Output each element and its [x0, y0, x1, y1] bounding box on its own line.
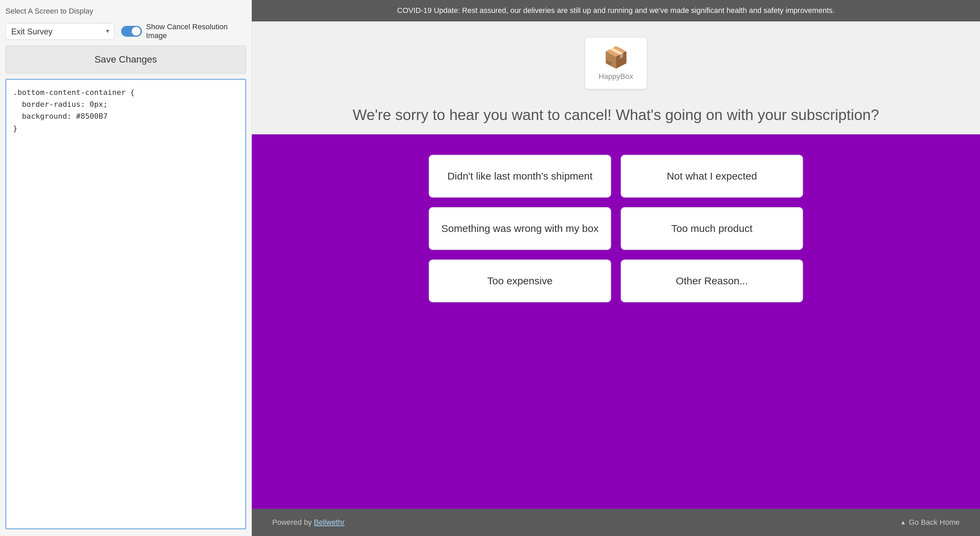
- powered-by: Powered by Bellwethr: [272, 518, 345, 527]
- option-button-0[interactable]: Didn't like last month's shipment: [429, 155, 611, 198]
- covid-banner: COVID-19 Update: Rest assured, our deliv…: [252, 0, 980, 21]
- go-home-button[interactable]: Go Back Home: [900, 518, 959, 527]
- screen-select[interactable]: Exit Survey Home Confirmation: [5, 23, 115, 40]
- option-button-3[interactable]: Too much product: [620, 207, 803, 250]
- save-button[interactable]: Save Changes: [5, 46, 246, 73]
- logo-text: HappyBox: [598, 72, 633, 81]
- option-button-1[interactable]: Not what I expected: [620, 155, 803, 198]
- logo-box: 📦 HappyBox: [585, 38, 646, 89]
- select-label: Select A Screen to Display: [5, 7, 246, 16]
- preview-area: 📦 HappyBox We're sorry to hear you want …: [252, 21, 980, 509]
- toggle-row: Show Cancel Resolution Image: [121, 22, 246, 40]
- brand-link[interactable]: Bellwethr: [314, 518, 344, 526]
- option-button-2[interactable]: Something was wrong with my box: [429, 207, 611, 250]
- powered-by-text: Powered by: [272, 518, 312, 526]
- option-button-5[interactable]: Other Reason...: [620, 260, 803, 302]
- right-panel: COVID-19 Update: Rest assured, our deliv…: [252, 0, 980, 536]
- left-panel: Select A Screen to Display Exit Survey H…: [0, 0, 252, 536]
- purple-section: Didn't like last month's shipment Not wh…: [252, 134, 980, 509]
- headline: We're sorry to hear you want to cancel! …: [252, 100, 980, 134]
- logo-section: 📦 HappyBox: [252, 21, 980, 100]
- toggle-switch[interactable]: [121, 26, 142, 37]
- select-wrapper: Exit Survey Home Confirmation: [5, 23, 115, 40]
- toggle-label: Show Cancel Resolution Image: [146, 22, 246, 40]
- footer: Powered by Bellwethr Go Back Home: [252, 509, 980, 536]
- options-grid: Didn't like last month's shipment Not wh…: [429, 155, 803, 302]
- select-row: Exit Survey Home Confirmation Show Cance…: [5, 22, 246, 40]
- logo-icon: 📦: [603, 45, 629, 70]
- option-button-4[interactable]: Too expensive: [429, 260, 611, 302]
- code-editor[interactable]: .bottom-content-container { border-radiu…: [5, 79, 246, 529]
